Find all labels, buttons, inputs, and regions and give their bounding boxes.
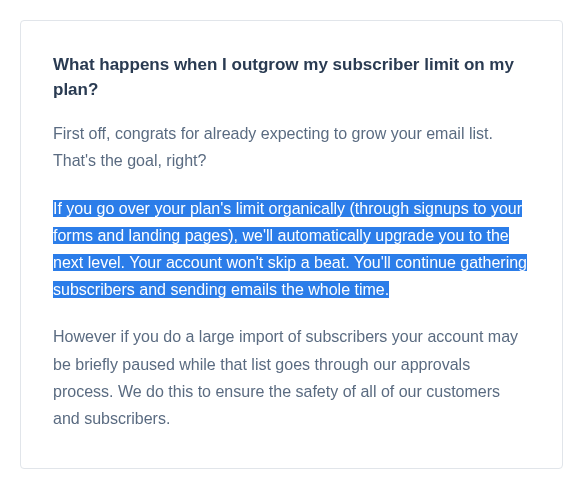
faq-paragraph-2: If you go over your plan's limit organic… [53,195,530,304]
faq-paragraph-1: First off, congrats for already expectin… [53,120,530,174]
faq-paragraph-3: However if you do a large import of subs… [53,323,530,432]
faq-body: First off, congrats for already expectin… [53,120,530,432]
faq-card: What happens when I outgrow my subscribe… [20,20,563,469]
highlighted-text[interactable]: If you go over your plan's limit organic… [53,200,527,299]
faq-title: What happens when I outgrow my subscribe… [53,53,530,102]
